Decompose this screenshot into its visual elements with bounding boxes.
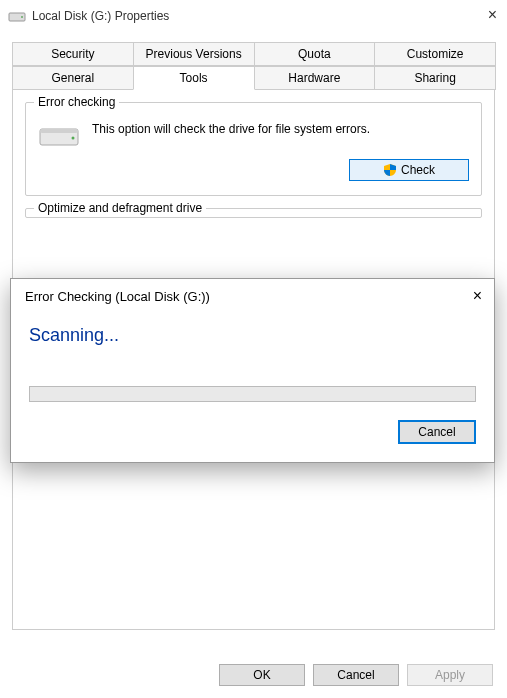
dialog-close-icon[interactable]: × [473, 287, 482, 305]
drive-icon [8, 9, 26, 23]
tab-sharing[interactable]: Sharing [374, 66, 496, 90]
titlebar: Local Disk (G:) Properties × [0, 0, 507, 32]
ok-button[interactable]: OK [219, 664, 305, 686]
check-button-label: Check [401, 163, 435, 177]
svg-rect-3 [40, 129, 78, 133]
progress-bar [29, 386, 476, 402]
defrag-group: Optimize and defragment drive [25, 208, 482, 218]
shield-icon [383, 163, 397, 177]
tab-strip: Security Previous Versions Quota Customi… [12, 42, 495, 90]
drive-large-icon [38, 121, 80, 149]
tab-security[interactable]: Security [12, 42, 134, 66]
tab-general[interactable]: General [12, 66, 134, 90]
error-checking-title: Error checking [34, 95, 119, 109]
error-checking-group: Error checking This option will check th… [25, 102, 482, 196]
dialog-title: Error Checking (Local Disk (G:)) [25, 289, 210, 304]
check-button[interactable]: Check [349, 159, 469, 181]
dialog-cancel-button[interactable]: Cancel [398, 420, 476, 444]
dialog-buttons: OK Cancel Apply [219, 664, 493, 686]
tab-hardware[interactable]: Hardware [254, 66, 376, 90]
svg-point-1 [21, 16, 23, 18]
window-title: Local Disk (G:) Properties [32, 9, 169, 23]
error-checking-dialog: Error Checking (Local Disk (G:)) × Scann… [10, 278, 495, 463]
defrag-title: Optimize and defragment drive [34, 201, 206, 215]
cancel-button[interactable]: Cancel [313, 664, 399, 686]
svg-point-4 [72, 137, 75, 140]
tab-previous-versions[interactable]: Previous Versions [133, 42, 255, 66]
close-icon[interactable]: × [488, 6, 497, 24]
tab-tools[interactable]: Tools [133, 66, 255, 90]
tab-customize[interactable]: Customize [374, 42, 496, 66]
apply-button: Apply [407, 664, 493, 686]
scanning-status: Scanning... [29, 325, 476, 346]
tab-quota[interactable]: Quota [254, 42, 376, 66]
error-checking-description: This option will check the drive for fil… [92, 121, 469, 138]
